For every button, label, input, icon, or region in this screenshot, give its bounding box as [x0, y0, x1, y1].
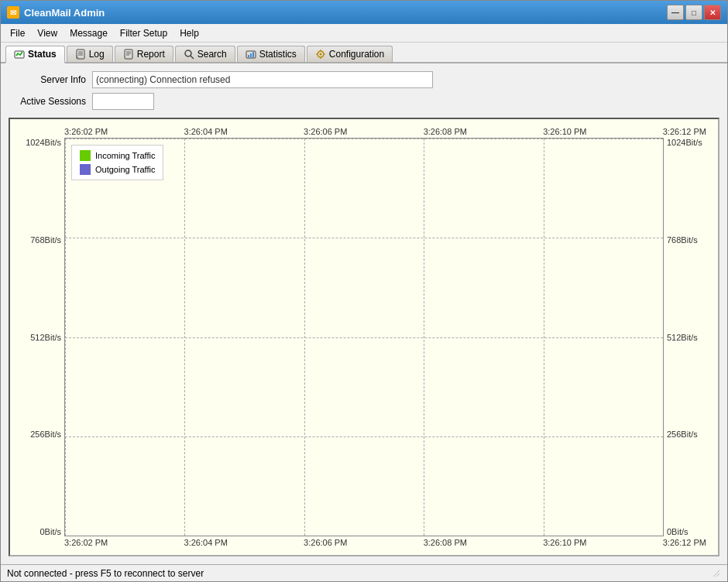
configuration-icon [315, 49, 326, 60]
chart-inner: 3:26:02 PM 3:26:04 PM 3:26:06 PM 3:26:08… [18, 127, 710, 547]
svg-line-22 [716, 573, 719, 577]
svg-text:L: L [77, 54, 79, 59]
chart-plot: Incoming Traffic Outgoing Traffic [64, 138, 664, 536]
bottom-label-1: 3:26:04 PM [184, 538, 228, 547]
incoming-label: Incoming Traffic [95, 151, 155, 160]
grid-v-4 [544, 139, 544, 536]
legend-incoming: Incoming Traffic [80, 150, 155, 161]
statistics-icon [246, 49, 256, 60]
y-label-right-0: 1024Bit/s [667, 138, 702, 147]
chart-body: 1024Bit/s 768Bit/s 512Bit/s 256Bit/s 0Bi… [18, 138, 710, 536]
bottom-label-4: 3:26:10 PM [543, 538, 586, 547]
grid-v-5 [663, 139, 664, 536]
tab-statistics[interactable]: Statistics [237, 46, 305, 62]
grid-h-4 [65, 536, 663, 536]
y-label-left-3: 256Bit/s [30, 430, 61, 439]
y-label-right-1: 768Bit/s [667, 235, 698, 245]
server-info-input[interactable] [92, 71, 433, 88]
y-label-left-4: 0Bit/s [39, 527, 61, 536]
window-controls: — □ ✕ [667, 5, 721, 20]
grid-h-0 [65, 139, 663, 139]
tab-report[interactable]: Report [115, 46, 173, 62]
grid-v-0 [65, 139, 66, 536]
tab-bar: Status L Log Report [1, 43, 727, 63]
window-title: CleanMail Admin [24, 7, 667, 19]
close-button[interactable]: ✕ [704, 5, 721, 20]
info-section: Server Info Active Sessions [9, 71, 719, 110]
bottom-label-2: 3:26:06 PM [304, 538, 347, 547]
tab-search[interactable]: Search [175, 46, 235, 62]
report-icon [123, 49, 134, 60]
y-label-left-1: 768Bit/s [30, 235, 61, 245]
content-area: Server Info Active Sessions 3:26:02 PM 3… [1, 63, 727, 564]
status-icon [14, 49, 25, 60]
menu-message[interactable]: Message [64, 24, 114, 42]
y-labels-left: 1024Bit/s 768Bit/s 512Bit/s 256Bit/s 0Bi… [18, 138, 64, 536]
svg-point-10 [185, 50, 191, 56]
svg-rect-15 [252, 52, 254, 57]
chart-bottom-labels: 3:26:02 PM 3:26:04 PM 3:26:06 PM 3:26:08… [64, 538, 706, 547]
bottom-label-3: 3:26:08 PM [424, 538, 467, 547]
active-sessions-row: Active Sessions [9, 93, 719, 110]
legend-outgoing: Outgoing Traffic [80, 164, 155, 175]
status-text: Not connected - press F5 to reconnect to… [7, 568, 712, 579]
y-label-right-2: 512Bit/s [667, 333, 698, 342]
tab-status[interactable]: Status [5, 46, 65, 63]
menu-filter-setup[interactable]: Filter Setup [114, 24, 173, 42]
search-tab-icon [184, 49, 194, 60]
top-label-2: 3:26:06 PM [304, 127, 347, 136]
svg-line-21 [713, 570, 719, 577]
top-label-0: 3:26:02 PM [64, 127, 108, 136]
menu-bar: File View Message Filter Setup Help [1, 24, 727, 43]
svg-rect-14 [250, 53, 252, 57]
grid-h-3 [65, 436, 663, 437]
svg-point-16 [319, 53, 321, 56]
main-window: ✉ CleanMail Admin — □ ✕ File View Messag… [0, 0, 728, 582]
bottom-label-0: 3:26:02 PM [64, 538, 108, 547]
y-label-right-3: 256Bit/s [667, 430, 698, 439]
outgoing-color-swatch [80, 164, 91, 175]
tab-log[interactable]: L Log [67, 46, 113, 62]
chart-legend: Incoming Traffic Outgoing Traffic [71, 145, 163, 180]
menu-view[interactable]: View [31, 24, 64, 42]
incoming-color-swatch [80, 150, 91, 161]
svg-rect-6 [125, 50, 132, 59]
y-labels-right: 1024Bit/s 768Bit/s 512Bit/s 256Bit/s 0Bi… [664, 138, 710, 536]
server-info-row: Server Info [9, 71, 719, 88]
svg-rect-13 [248, 55, 249, 57]
y-label-left-0: 1024Bit/s [26, 138, 61, 147]
y-label-left-2: 512Bit/s [30, 333, 61, 342]
top-label-1: 3:26:04 PM [184, 127, 228, 136]
grid-h-2 [65, 337, 663, 338]
grid-v-1 [184, 139, 185, 536]
top-label-5: 3:26:12 PM [663, 127, 706, 136]
active-sessions-label: Active Sessions [9, 96, 86, 107]
minimize-button[interactable]: — [667, 5, 684, 20]
top-label-3: 3:26:08 PM [424, 127, 467, 136]
menu-help[interactable]: Help [173, 24, 205, 42]
grid-v-2 [304, 139, 305, 536]
maximize-button[interactable]: □ [685, 5, 702, 20]
grid-v-3 [424, 139, 424, 536]
status-bar: Not connected - press F5 to reconnect to… [1, 564, 727, 581]
chart-top-labels: 3:26:02 PM 3:26:04 PM 3:26:06 PM 3:26:08… [64, 127, 706, 136]
title-bar: ✉ CleanMail Admin — □ ✕ [1, 1, 727, 24]
y-label-right-4: 0Bit/s [667, 527, 689, 536]
tab-configuration[interactable]: Configuration [307, 46, 393, 62]
server-info-label: Server Info [9, 74, 86, 85]
log-icon: L [75, 49, 86, 60]
grid-h-1 [65, 238, 663, 238]
resize-grip-icon [712, 569, 721, 578]
bottom-label-5: 3:26:12 PM [663, 538, 706, 547]
menu-file[interactable]: File [4, 24, 31, 42]
active-sessions-input[interactable] [92, 93, 154, 110]
chart-container: 3:26:02 PM 3:26:04 PM 3:26:06 PM 3:26:08… [9, 118, 719, 556]
svg-line-11 [191, 56, 194, 59]
outgoing-label: Outgoing Traffic [95, 165, 155, 174]
app-icon: ✉ [7, 6, 19, 19]
top-label-4: 3:26:10 PM [543, 127, 586, 136]
